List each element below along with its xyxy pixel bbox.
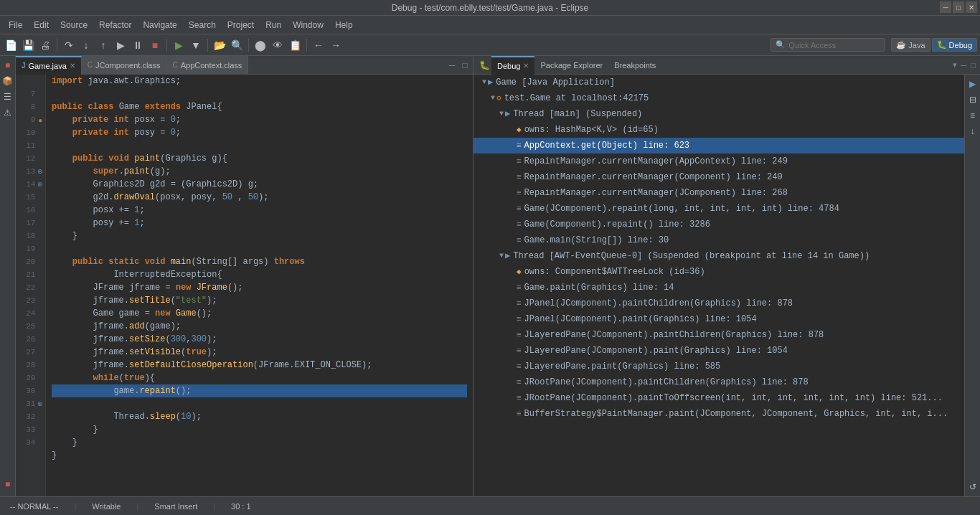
menu-source[interactable]: Source <box>55 19 93 32</box>
tree-item-owns-awt[interactable]: ◆ owns: Component$AWTTreeLock (id=36) <box>473 264 964 280</box>
menu-window[interactable]: Window <box>287 19 329 32</box>
tree-item-thread-awt[interactable]: ▼ ▶ Thread [AWT-EventQueue-0] (Suspended… <box>473 248 964 264</box>
tree-item-jpanel-paintchildren[interactable]: ≡ JPanel(JComponent).paintChildren(Graph… <box>473 296 964 311</box>
expand-thread-main[interactable]: ▼ <box>499 107 504 121</box>
gutter-num-32: 32 <box>16 412 35 421</box>
gutter-marker-31: ⊛ <box>35 400 45 407</box>
new-button[interactable]: 📄 <box>3 37 19 53</box>
debug-stepover[interactable]: ↷ <box>61 37 77 53</box>
menu-navigate[interactable]: Navigate <box>137 19 182 32</box>
breakpoint-button[interactable]: ⬤ <box>253 37 268 53</box>
tree-item-jrootpane-paint-offscreen[interactable]: ≡ JRootPane(JComponent).paintToOffscreen… <box>473 390 964 406</box>
menu-file[interactable]: File <box>3 19 28 32</box>
editor-minimize-btn[interactable]: ─ <box>447 60 457 70</box>
quick-access-bar[interactable]: 🔍 <box>771 38 885 52</box>
run-button[interactable]: ▶ <box>171 37 187 53</box>
tree-item-game-paint[interactable]: ≡ Game.paint(Graphics) line: 14 <box>473 280 964 296</box>
editor-maximize-btn[interactable]: □ <box>460 60 470 70</box>
menu-edit[interactable]: Edit <box>28 19 55 32</box>
close-button[interactable]: ✕ <box>966 1 977 13</box>
debug-tree[interactable]: ▼ ▶ Game [Java Application] ▼ ⚙ test.Gam… <box>473 75 964 496</box>
debug-tab-icon: 🐛 <box>479 60 490 70</box>
debug-suspend[interactable]: ⏸ <box>130 37 146 53</box>
tree-item-repaint-appctx[interactable]: ≡ RepaintManager.currentManager(AppConte… <box>473 153 964 169</box>
gutter-row-22: 22 <box>16 281 45 294</box>
status-sep-1: | <box>74 502 76 511</box>
menu-project[interactable]: Project <box>222 19 260 32</box>
debug-columns-icon[interactable]: ⊟ <box>966 93 979 106</box>
expand-test-game[interactable]: ▼ <box>491 91 495 105</box>
search-button[interactable]: 🔍 <box>229 37 245 53</box>
debug-sync-icon[interactable]: ↺ <box>966 481 979 493</box>
expressions-button[interactable]: 📋 <box>287 37 303 53</box>
debug-stop[interactable]: ■ <box>147 37 163 53</box>
debug-step-icon[interactable]: ↓ <box>966 125 979 138</box>
minimize-button[interactable]: ─ <box>940 1 951 13</box>
tab-jcomponent[interactable]: C JComponent.class <box>82 56 167 75</box>
tree-item-appcontext-get[interactable]: ≡ AppContext.get(Object) line: 623 <box>473 138 964 153</box>
debug-panel-maximize[interactable]: □ <box>969 60 977 71</box>
save-button[interactable]: 💾 <box>20 37 36 53</box>
tab-game-close[interactable]: ✕ <box>70 62 75 70</box>
tab-game-java[interactable]: J Game.java ✕ <box>16 56 82 75</box>
tree-item-jlayered-paint[interactable]: ≡ JLayeredPane(JComponent).paint(Graphic… <box>473 343 964 359</box>
debug-panel-minimize[interactable]: ─ <box>960 60 969 71</box>
maximize-button[interactable]: □ <box>953 1 964 13</box>
tab-appcontext[interactable]: C AppContext.class <box>167 56 249 75</box>
tree-item-repaint-comp[interactable]: ≡ RepaintManager.currentManager(Componen… <box>473 169 964 185</box>
debug-run[interactable]: ▶ <box>113 37 128 53</box>
prev-edit-button[interactable]: ← <box>311 37 326 53</box>
next-edit-button[interactable]: → <box>328 37 344 53</box>
debug-filter-icon[interactable]: ≡ <box>966 109 979 122</box>
sidebar-package-icon[interactable]: 📦 <box>1 75 14 88</box>
thread-icon: ▶ <box>505 107 510 121</box>
tree-item-jlayered-paint2[interactable]: ≡ JLayeredPane.paint(Graphics) line: 585 <box>473 359 964 374</box>
tree-label-game-app: Game [Java Application] <box>496 75 615 90</box>
debug-stepinto[interactable]: ↓ <box>78 37 94 53</box>
debug-perspective-button[interactable]: 🐛 Debug <box>932 38 977 52</box>
tab-package-explorer[interactable]: Package Explorer <box>534 56 608 75</box>
tree-item-bufferstrategy[interactable]: ≡ BufferStrategy$PaintManager.paint(JCom… <box>473 406 964 422</box>
code-text[interactable]: import java.awt.Graphics; public class G… <box>46 75 473 496</box>
debug-resume-icon[interactable]: ▶ <box>966 77 979 90</box>
tree-item-jrootpane-paintchildren[interactable]: ≡ JRootPane(JComponent).paintChildren(Gr… <box>473 374 964 390</box>
tree-item-jlayered-paintchildren[interactable]: ≡ JLayeredPane(JComponent).paintChildren… <box>473 327 964 343</box>
tree-item-game-jcomp-repaint[interactable]: ≡ Game(JComponent).repaint(long, int, in… <box>473 201 964 217</box>
gutter-num-17: 17 <box>16 219 35 227</box>
tab-debug[interactable]: Debug ✕ <box>491 56 534 75</box>
tree-item-game-app[interactable]: ▼ ▶ Game [Java Application] <box>473 75 964 90</box>
tree-item-game-main[interactable]: ≡ Game.main(String[]) line: 30 <box>473 232 964 248</box>
gutter-row-17: 17 <box>16 217 45 230</box>
tree-item-jpanel-paint[interactable]: ≡ JPanel(JComponent).paint(Graphics) lin… <box>473 311 964 327</box>
expand-thread-awt[interactable]: ▼ <box>499 249 504 263</box>
tab-breakpoints[interactable]: Breakpoints <box>608 56 661 75</box>
sidebar-console-icon[interactable]: ■ <box>1 478 14 491</box>
expand-game-app[interactable]: ▼ <box>482 75 486 90</box>
gutter-row-15: 15 <box>16 191 45 204</box>
java-perspective-button[interactable]: ☕ Java <box>891 38 930 52</box>
watch-button[interactable]: 👁 <box>270 37 286 53</box>
menu-search[interactable]: Search <box>183 19 222 32</box>
tree-item-thread-main[interactable]: ▼ ▶ Thread [main] (Suspended) <box>473 106 964 122</box>
tree-item-test-game[interactable]: ▼ ⚙ test.Game at localhost:42175 <box>473 90 964 106</box>
tree-label-jrootpane-paint-offscreen: JRootPane(JComponent).paintToOffscreen(i… <box>524 391 943 405</box>
sidebar-problems-icon[interactable]: ⚠ <box>1 106 14 119</box>
quick-access-input[interactable] <box>788 41 875 49</box>
print-button[interactable]: 🖨 <box>37 37 53 53</box>
gutter-num-28: 28 <box>16 361 35 369</box>
tree-item-repaint-jcomp[interactable]: ≡ RepaintManager.currentManager(JCompone… <box>473 185 964 201</box>
tree-item-game-comp-repaint[interactable]: ≡ Game(Component).repaint() line: 3286 <box>473 217 964 232</box>
tree-item-owns-hashmap[interactable]: ◆ owns: HashMap<K,V> (id=65) <box>473 122 964 138</box>
menu-run[interactable]: Run <box>260 19 287 32</box>
sidebar-debug-icon[interactable]: ■ <box>1 59 14 72</box>
run-dropdown[interactable]: ▼ <box>188 37 204 53</box>
debug-stepreturn[interactable]: ↑ <box>95 37 111 53</box>
menu-help[interactable]: Help <box>329 19 359 32</box>
debug-panel: 🐛 Debug ✕ Package Explorer Breakpoints ▾… <box>473 56 980 496</box>
tab-debug-close[interactable]: ✕ <box>523 62 529 70</box>
view-menu-icon[interactable]: ▾ <box>951 59 958 71</box>
sidebar-outline-icon[interactable]: ☰ <box>1 90 14 103</box>
menu-refactor[interactable]: Refactor <box>93 19 137 32</box>
editor-tab-controls: ─ □ <box>447 60 473 70</box>
open-button[interactable]: 📂 <box>212 37 227 53</box>
